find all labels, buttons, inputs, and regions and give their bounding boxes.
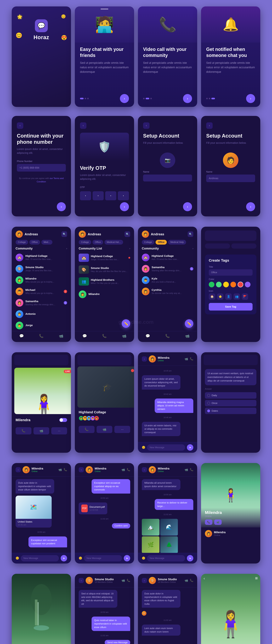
- group-btn-phone[interactable]: 📞: [79, 426, 94, 433]
- chat-item-samantha3[interactable]: 👩 Samantha Starting after the energy dri…: [138, 263, 197, 274]
- loc-send-btn[interactable]: ➤: [61, 555, 67, 562]
- poll-option-daily[interactable]: Daily: [205, 392, 256, 399]
- convo-phone-icon[interactable]: 📞: [190, 357, 193, 361]
- smune-video-1[interactable]: 📹: [122, 579, 125, 582]
- community-item-smune2[interactable]: 🎨 Smune Studio Hey, do you still like th…: [75, 264, 134, 276]
- community-item-brothers[interactable]: 👥 Highland Brothers Miho: I'm like you s…: [75, 276, 134, 287]
- back-button-otp[interactable]: ‹: [80, 122, 86, 129]
- icon-box-4[interactable]: 👥: [234, 294, 240, 300]
- phone-next-btn[interactable]: ›: [57, 202, 66, 211]
- back-button-setup2[interactable]: ‹: [206, 122, 213, 129]
- next-button-2[interactable]: ›: [183, 94, 192, 103]
- chat-item-smune[interactable]: 🎨 Smune Studio Jorge: I'll send the file…: [12, 263, 71, 274]
- img-video-icon[interactable]: 📹: [184, 468, 188, 472]
- smune-video-2[interactable]: 📹: [184, 579, 188, 582]
- chat-item-highland3[interactable]: 🏫 Highland Collage Ash: I'll send the fi…: [138, 252, 197, 263]
- tab-collage-2[interactable]: Collage: [79, 240, 91, 244]
- swatch-light-green[interactable]: [216, 282, 222, 287]
- action-btn-phone[interactable]: 📞: [16, 427, 32, 434]
- name-input-2[interactable]: Andreas: [206, 174, 255, 182]
- tab-office-1[interactable]: Office: [29, 240, 40, 244]
- search-btn-1[interactable]: 🔍: [62, 231, 67, 237]
- convo-video-icon[interactable]: 📹: [184, 357, 188, 361]
- tab-medhelp-3[interactable]: Medical Help: [168, 240, 186, 244]
- convo-back-btn[interactable]: ‹: [142, 356, 147, 362]
- otp-box-3[interactable]: ·: [105, 191, 116, 200]
- send-btn[interactable]: ➤: [187, 444, 193, 451]
- swatch-orange[interactable]: [230, 282, 236, 287]
- avatar-photo[interactable]: 🧑: [223, 152, 238, 168]
- file-phone-icon[interactable]: 📞: [127, 468, 130, 472]
- tab-call[interactable]: 📹: [59, 334, 63, 338]
- tab-call-2[interactable]: 📹: [122, 334, 126, 338]
- msg-input[interactable]: New Message: [147, 444, 185, 451]
- tab-medhelp-2[interactable]: Medical Hel...: [104, 240, 123, 244]
- loc-msg-input[interactable]: New Message: [21, 555, 59, 562]
- img-back-btn[interactable]: ‹: [142, 467, 147, 472]
- chat-item-highland[interactable]: 🏫 Highland Collage Ash: I'll send the fi…: [12, 252, 71, 263]
- smune-back-2[interactable]: ‹: [142, 578, 147, 583]
- file-video-icon[interactable]: 📹: [122, 468, 125, 472]
- setup-next-btn-2[interactable]: ›: [246, 202, 255, 211]
- tab-med-1[interactable]: Med...: [41, 240, 52, 244]
- file-msg-input[interactable]: New Message: [84, 555, 122, 562]
- poll-option-once[interactable]: Once: [205, 400, 256, 406]
- next-button-1[interactable]: ›: [120, 94, 129, 103]
- tab-office-3-active[interactable]: Office: [156, 240, 167, 244]
- phone-input[interactable]: +1 (605) 868-694: [17, 164, 66, 172]
- toggle-switch[interactable]: [59, 418, 67, 422]
- setup-next-btn-1[interactable]: ›: [183, 202, 192, 211]
- icon-box-2[interactable]: ⭐: [217, 294, 224, 300]
- fab-2[interactable]: ✏️: [122, 319, 130, 328]
- emoji-icon-btn[interactable]: 😊: [142, 446, 145, 449]
- chat-item-samantha[interactable]: 👩 Samantha Starting after the energy dri…: [12, 297, 71, 308]
- swatch-purple[interactable]: [245, 282, 250, 287]
- swatch-yellow[interactable]: [223, 282, 229, 287]
- tags-title-input[interactable]: Office: [209, 269, 252, 276]
- chat-item-michael[interactable]: 👦 Michael Why would you go to kripha... …: [12, 286, 71, 297]
- tab-call-3[interactable]: 📹: [185, 334, 190, 338]
- tab-home-3[interactable]: 💬: [146, 334, 150, 338]
- chat-item-cynthia[interactable]: 👩 Cynthia So donnie can he only any at..…: [138, 286, 197, 297]
- tab-phone[interactable]: 📞: [39, 334, 44, 338]
- action-btn-video[interactable]: 📹: [34, 427, 49, 434]
- tab-phone-2[interactable]: 📞: [102, 334, 107, 338]
- next-button-3[interactable]: ›: [246, 94, 255, 103]
- file-back-btn[interactable]: ‹: [79, 467, 84, 472]
- action-btn-more[interactable]: ···: [51, 427, 67, 434]
- back-button-setup1[interactable]: ‹: [143, 122, 150, 129]
- otp-box-4[interactable]: ·: [118, 191, 129, 200]
- avatar-placeholder[interactable]: 📷: [160, 152, 175, 168]
- search-btn-3[interactable]: 🔍: [188, 231, 193, 237]
- img-send-btn[interactable]: ➤: [187, 555, 193, 562]
- file-emoji-btn[interactable]: 😊: [79, 556, 82, 560]
- img-phone-icon[interactable]: 📞: [190, 468, 193, 472]
- icon-box-1[interactable]: 🏠: [209, 294, 215, 300]
- video-back-icon[interactable]: ‹: [204, 576, 205, 580]
- chat-item-milandre2[interactable]: 👩 Milandre: [75, 289, 134, 300]
- terms-link[interactable]: our Terms and Condition: [37, 177, 64, 183]
- save-tag-btn[interactable]: Save Tag: [209, 303, 252, 310]
- tab-collage-3[interactable]: Collage: [142, 240, 154, 244]
- smune-back-1[interactable]: ‹: [79, 578, 84, 583]
- otp-box-2[interactable]: ·: [92, 191, 104, 200]
- otp-next-btn[interactable]: ›: [120, 202, 129, 211]
- img-msg-input[interactable]: New Message: [147, 555, 185, 562]
- fab-3[interactable]: ✏️: [185, 319, 193, 328]
- loc-emoji-btn[interactable]: 😊: [16, 556, 19, 560]
- portrait-btn-video[interactable]: 📹: [214, 520, 222, 525]
- file-send-btn[interactable]: ➤: [124, 555, 130, 562]
- chat-item-antonio[interactable]: 👨 Antonio: [12, 308, 71, 320]
- smune-phone-2[interactable]: 📞: [190, 579, 193, 582]
- community-more-3[interactable]: ›: [192, 247, 193, 250]
- chat-item-kyle[interactable]: 👦 Kyle Are you look a friend at...: [138, 274, 197, 286]
- group-btn-more[interactable]: ···: [114, 426, 130, 433]
- loc-video-icon[interactable]: 📹: [58, 468, 62, 472]
- video-grid-icon[interactable]: ⊞: [255, 576, 258, 580]
- icon-box-5[interactable]: 🚩: [242, 294, 248, 300]
- tab-collage-1[interactable]: Collage: [16, 240, 28, 244]
- tab-phone-3[interactable]: 📞: [165, 334, 170, 338]
- loc-phone-icon[interactable]: 📞: [64, 468, 67, 472]
- loc-back-btn[interactable]: ‹: [16, 467, 21, 472]
- smune-phone-1[interactable]: 📞: [127, 579, 130, 582]
